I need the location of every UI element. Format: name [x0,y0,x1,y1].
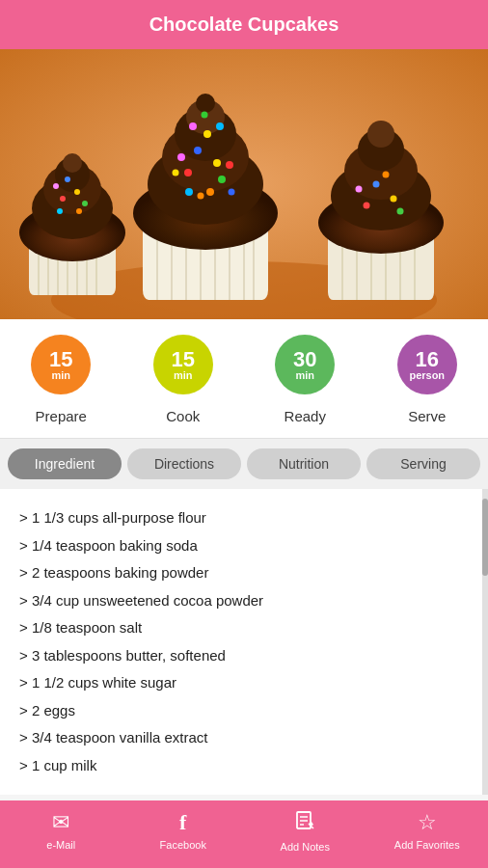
stats-row: 15 min 15 min 30 min 16 person [0,319,488,402]
svg-point-50 [173,170,179,176]
cupcake-illustration [0,49,488,319]
svg-point-15 [60,196,66,202]
ready-circle: 30 min [275,335,335,394]
svg-point-19 [53,183,59,189]
svg-point-21 [57,208,63,214]
page-title: Chocolate Cupcakes [149,14,339,35]
svg-point-45 [203,130,211,138]
list-item: > 3 tablespoons butter, softened [19,642,469,670]
facebook-button[interactable]: f Facebook [122,810,245,860]
svg-point-67 [397,208,404,215]
svg-point-39 [194,147,202,154]
tab-ingredient[interactable]: Ingredient [8,448,122,479]
list-item: > 2 teaspoons baking powder [19,559,469,587]
svg-marker-75 [309,822,313,827]
cook-unit: min [174,370,193,381]
svg-point-51 [229,189,235,196]
serve-unit: person [409,370,445,381]
prepare-unit: min [51,370,70,381]
label-serve: Serve [366,408,489,424]
favorites-icon: ☆ [418,810,437,835]
list-item: > 1 1/3 cups all-purpose flour [19,504,469,532]
svg-point-16 [74,189,80,195]
svg-point-64 [364,203,370,209]
favorites-label: Add Favorites [394,839,460,851]
add-favorites-button[interactable]: ☆ Add Favorites [366,810,489,860]
list-item: > 1/8 teaspoon salt [19,614,469,642]
tab-nutrition[interactable]: Nutrition [247,448,361,479]
svg-point-66 [373,181,380,188]
label-prepare: Prepare [0,408,122,424]
notes-label: Add Notes [281,841,330,853]
cook-value: 15 [172,349,195,370]
list-item: > 1 cup milk [19,752,469,780]
cook-circle: 15 min [153,335,213,394]
bottom-toolbar: ✉ e-Mail f Facebook Add Notes ☆ Add Favo… [0,800,488,868]
svg-point-36 [196,94,215,113]
tab-serving[interactable]: Serving [366,448,480,479]
ready-value: 30 [293,349,316,370]
email-label: e-Mail [46,839,75,851]
stat-ready: 30 min [275,335,335,394]
list-item: > 1 1/2 cups white sugar [19,669,469,697]
svg-point-41 [177,153,185,161]
svg-point-37 [184,169,192,176]
svg-point-69 [383,172,390,178]
svg-point-44 [226,161,233,169]
labels-row: Prepare Cook Ready Serve [0,402,488,439]
svg-point-47 [216,122,224,130]
list-item: > 1/4 teaspoon baking soda [19,532,469,560]
svg-point-65 [391,196,397,203]
serve-value: 16 [416,349,439,370]
svg-point-48 [202,112,208,119]
page-header: Chocolate Cupcakes [0,0,488,49]
svg-point-49 [198,193,204,200]
svg-point-63 [367,121,394,148]
ingredients-list: > 1 1/3 cups all-purpose flour> 1/4 teas… [19,504,469,779]
ingredient-content: > 1 1/3 cups all-purpose flour> 1/4 teas… [0,489,488,795]
hero-image [0,49,488,319]
tab-directions[interactable]: Directions [127,448,241,479]
serve-circle: 16 person [397,335,457,394]
facebook-label: Facebook [160,839,206,851]
svg-point-68 [356,186,363,193]
scroll-thumb [482,499,488,576]
notes-icon [294,810,315,837]
svg-point-18 [82,201,88,206]
stat-serve: 16 person [397,335,457,394]
svg-point-20 [76,208,82,214]
stat-prepare: 15 min [31,335,91,394]
svg-point-14 [63,153,82,173]
facebook-icon: f [179,810,186,835]
label-cook: Cook [122,408,245,424]
svg-point-40 [218,176,226,183]
email-icon: ✉ [52,810,69,835]
svg-point-17 [65,176,70,182]
list-item: > 2 eggs [19,697,469,725]
tabs-row: Ingredient Directions Nutrition Serving [0,439,488,489]
prepare-circle: 15 min [31,335,91,394]
email-button[interactable]: ✉ e-Mail [0,810,122,860]
scroll-indicator [482,489,488,795]
label-ready: Ready [244,408,366,424]
list-item: > 3/4 cup unsweetened cocoa powder [19,587,469,615]
prepare-value: 15 [49,349,72,370]
svg-point-42 [206,188,214,196]
svg-point-46 [189,122,197,130]
svg-point-43 [185,188,193,196]
stat-cook: 15 min [153,335,213,394]
ready-unit: min [295,370,314,381]
list-item: > 3/4 teaspoon vanilla extract [19,724,469,752]
svg-point-38 [213,159,221,167]
add-notes-button[interactable]: Add Notes [244,810,366,860]
